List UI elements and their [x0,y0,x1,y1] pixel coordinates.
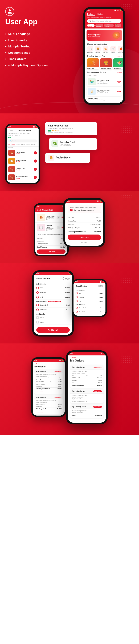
radio2-green[interactable] [76,307,78,309]
everyday-fresh-icon: 🌿 [52,140,58,147]
order-main-store1: Everyday Fresh [72,366,85,368]
tab-all[interactable]: ALL ITEMS [8,144,15,146]
features-list: Multi Language User Friendly Multiple So… [5,31,71,68]
search-placeholder[interactable]: Search for restaurant or dish [92,20,112,22]
banner-sub: From edge to edge [88,36,101,37]
trending-card[interactable]: 🍕 Pizza Place [87,58,99,69]
radio-red-chilli[interactable] [36,308,39,311]
radio2-medium[interactable] [76,296,78,298]
size-half-price: Rs.250 [65,287,70,289]
ffc-info-card: Fast Food Corner 🍽️ Restaurants | Fast F… [45,122,97,135]
checkout-button[interactable]: Checkout [37,250,66,254]
sauce2-red: Red Chilli [79,311,84,313]
qty-minus-btn[interactable]: − [57,216,60,219]
add-item-button[interactable]: + [34,151,37,154]
recommended-card[interactable]: 🍦 City Ice Cream Store Cream Store Sec. … [87,87,122,96]
total-value2: Rs.3377 [94,231,101,232]
cart-front-screen: 9:01 ▌▌▌🔋 Do you want to add any cooking… [65,200,104,246]
ffc-back-btn[interactable]: ← Back [8,130,13,131]
page-wrapper: User App Multi Language User Friendly Mu… [0,0,139,435]
dining-tab[interactable]: Dining [98,13,103,16]
radio2-full[interactable] [76,300,78,302]
trending-card[interactable]: 🍔 Fast Food Corner [100,58,112,69]
order-badge1: Order Det... [54,370,62,372]
option-title: Select Option [36,278,50,280]
everyday-fresh-title: Everyday Fresh [60,141,75,143]
sauce-red: Red Chilli [40,309,47,310]
order-detail-btn2[interactable]: Order Det... [93,390,102,392]
cancel-order-btn2[interactable]: Cancel Order [36,411,45,413]
radio-half[interactable] [36,287,39,289]
recommended-view-all[interactable]: View All [117,72,122,73]
category-grocery[interactable]: 🛒 Grocery [110,46,116,53]
order-detail-btn3[interactable]: Order Det... [93,406,102,408]
hero-section: User App Multi Language User Friendly Mu… [0,0,139,114]
cat-label: Grocery [111,52,115,53]
farmer-fresh-card[interactable]: Farmer Fresh Everyday Fresh · Fruits & V… [87,96,122,102]
recommended-card[interactable]: 🏪 Max Grocery Store Fruits & Veggies Sec… [87,77,122,86]
feature-item: •Multiple Payment Options [5,62,71,68]
order-main-date2: 26 May 2022 | 09:02 AM [72,394,102,396]
option2-title: Select Option [76,285,87,287]
filter-rating[interactable]: ⭐ Rating [87,24,94,27]
total-label2: Total Payable Amount [68,231,86,232]
ffc-card2-title: Fast Food Corner [56,156,72,158]
filter-farm[interactable]: 🌿 Farm [115,24,121,27]
subtotal-label: Sub Total [37,238,43,239]
hero-left-content: User App Multi Language User Friendly Mu… [5,7,71,105]
filter-nearest[interactable]: 📍 Nearest [96,24,104,27]
add-item-button[interactable]: + [34,176,37,179]
user-icon [7,9,12,14]
delivery-tab[interactable]: Delivery [87,13,95,16]
sauce2-green: Green Chilli [79,307,86,309]
order-main-store3: Hy Grocery Store [72,406,86,408]
option2-close[interactable]: Done [98,285,104,287]
grocery-store-label: Grocery Store [85,74,123,76]
category-fastfood[interactable]: 🍔 Fast Food [94,46,101,53]
add-to-cart-button[interactable]: Add to cart [36,327,70,333]
size2-title: Select Option [74,288,106,291]
order-main-status2: Status: Delivered [72,396,102,398]
checkbox-pepsi[interactable] [36,316,39,319]
radio2-red[interactable] [76,311,78,313]
ffc-search[interactable]: Search... [12,140,17,142]
radio-full[interactable] [36,296,39,298]
cat-label: Restaurants [88,52,93,53]
option-phone: 8:00 ▌▌▌🔋 Select Option Close Select Opt… [32,270,74,336]
everyday-fresh-info: Sec. 32B, Near PVR [60,145,75,146]
tab-veg[interactable]: VEG STARTED [16,144,25,146]
go-back-link[interactable]: Go Back [68,242,101,244]
tab-egg[interactable]: EGG STARTED [26,144,35,146]
cancel-order-btn1[interactable]: Cancel Order [36,391,45,393]
order-item-info: 2 | Rs.100 PM [72,398,102,400]
filter-new[interactable]: ✨ New Arrival [104,24,114,27]
back-header-label[interactable]: Back [37,209,41,211]
category-restaurants[interactable]: 🍽️ Restaurants [87,46,94,53]
radio-medium[interactable] [36,291,39,294]
category-pizza[interactable]: 🍕 Pizza Store [102,46,109,53]
close-button[interactable]: Close [62,277,70,280]
back-btn3[interactable]: ←Back [70,357,104,358]
category-fruits[interactable]: 🍎 Fruits & Veg [118,46,123,53]
add-item-button[interactable]: + [34,160,37,162]
radio-green-chilli[interactable] [36,304,39,306]
feature-item: User Friendly [5,37,71,44]
back-btn2[interactable]: ← Back [34,363,63,365]
trending-card[interactable]: 🍜 Noodles Hub [113,58,123,69]
order-date3: 26 May 2022 | 09:02 PM [72,410,102,412]
option2-phone: 8:00 ▌▌▌🔋 Select Option Done Select Opti… [72,279,107,317]
order-status2: Status: Order Placed [36,402,62,403]
charges-value2: Payable Amount [90,224,101,225]
cart-back-screen: 9:01 ▌▌▌🔋 Back Manage Cart 🍖 [35,205,67,255]
trending-view-all[interactable]: View All [117,55,122,57]
checkout-button2[interactable]: Checkout [68,234,101,240]
add-item-button[interactable]: + [34,168,37,171]
qty-minus-btn[interactable]: − [57,226,60,229]
radio2-half[interactable] [76,292,78,294]
hero-right-phone: 9:41 ▌▌▌ WiFi 🔋 Delivery Dining [75,7,134,105]
orders-main-screen: 8:03 ▌▌▌🔋 ←Back My Orders [68,352,106,423]
pizza-illustration: 🍕 [112,32,120,39]
order-main-status1: Status: Order Placed [72,372,102,374]
checkbox-coke[interactable] [36,321,39,324]
sauce-red-price: Rs.5 [66,309,70,310]
